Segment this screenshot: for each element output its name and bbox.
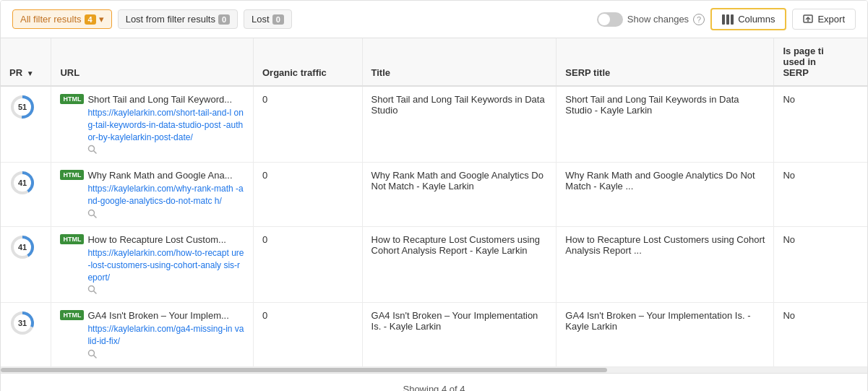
ispage-cell: No xyxy=(774,226,867,302)
col-header-ispage: Is page tiused inSERP xyxy=(774,38,867,86)
toolbar: All filter results 4 ▾ Lost from filter … xyxy=(1,1,867,38)
svg-rect-2 xyxy=(731,14,734,25)
showing-label: Showing 4 of 4 xyxy=(403,384,465,391)
show-changes-control: Show changes ? xyxy=(597,12,705,27)
html-badge: HTML xyxy=(60,310,84,320)
svg-line-19 xyxy=(94,291,97,294)
serp-cell: Short Tail and Long Tail Keywords in Dat… xyxy=(557,86,774,163)
url-cell: HTML How to Recapture Lost Custom... htt… xyxy=(51,226,254,302)
traffic-cell: 0 xyxy=(253,86,362,163)
svg-line-24 xyxy=(94,355,97,358)
pr-donut-chart: 51 xyxy=(9,94,35,120)
search-icon[interactable] xyxy=(87,209,98,219)
help-icon[interactable]: ? xyxy=(693,14,705,25)
sort-icon-pr: ▼ xyxy=(27,69,34,77)
col-header-serp: SERP title xyxy=(557,38,774,86)
traffic-cell: 0 xyxy=(253,303,362,367)
serp-cell: How to Recapture Lost Customers using Co… xyxy=(557,226,774,302)
url-link[interactable]: https://kaylelarkin.com/ga4-missing-in v… xyxy=(87,323,244,348)
pr-cell: 31 xyxy=(1,303,51,367)
url-title-text: Why Rank Math and Google Ana... xyxy=(87,170,244,181)
svg-text:31: 31 xyxy=(18,319,27,327)
traffic-cell: 0 xyxy=(253,163,362,227)
svg-line-14 xyxy=(94,215,97,218)
search-icon[interactable] xyxy=(87,285,98,295)
search-icon[interactable] xyxy=(87,145,98,155)
ispage-cell: No xyxy=(774,86,867,163)
url-title-text: Short Tail and Long Tail Keyword... xyxy=(87,94,244,105)
data-table: PR ▼ URL Organic traffic Title SERP titl… xyxy=(1,38,867,367)
table-header-row: PR ▼ URL Organic traffic Title SERP titl… xyxy=(1,38,867,86)
svg-rect-0 xyxy=(722,14,725,25)
search-icon[interactable] xyxy=(87,349,98,359)
filter-all-badge: 4 xyxy=(85,14,96,25)
show-changes-toggle[interactable] xyxy=(597,12,623,27)
table-row: 41 HTML Why Rank Math and Google Ana... … xyxy=(1,163,867,227)
svg-text:41: 41 xyxy=(18,243,27,252)
columns-icon xyxy=(722,14,734,25)
svg-text:51: 51 xyxy=(18,103,27,111)
url-cell: HTML Why Rank Math and Google Ana... htt… xyxy=(51,163,254,227)
serp-cell: Why Rank Math and Google Analytics Do No… xyxy=(557,163,774,227)
filter-lost-label: Lost from filter results xyxy=(126,14,215,25)
pr-donut-chart: 31 xyxy=(9,310,35,336)
pr-cell: 41 xyxy=(1,163,51,227)
table-footer: Showing 4 of 4 xyxy=(1,373,867,391)
html-badge: HTML xyxy=(60,170,84,180)
table-row: 51 HTML Short Tail and Long Tail Keyword… xyxy=(1,86,867,163)
pr-cell: 51 xyxy=(1,86,51,163)
filter-lost-badge: 0 xyxy=(218,14,230,25)
col-header-title: Title xyxy=(362,38,557,86)
export-icon xyxy=(803,14,813,25)
pr-donut-chart: 41 xyxy=(9,234,35,260)
filter-lost2-button[interactable]: Lost 0 xyxy=(244,9,292,29)
col-header-traffic: Organic traffic xyxy=(253,38,362,86)
url-title-text: How to Recapture Lost Custom... xyxy=(87,234,244,245)
col-header-url: URL xyxy=(51,38,254,86)
svg-line-9 xyxy=(94,151,97,154)
col-header-pr[interactable]: PR ▼ xyxy=(1,38,51,86)
scrollbar-thumb[interactable] xyxy=(1,368,607,372)
ispage-cell: No xyxy=(774,303,867,367)
data-table-wrapper: PR ▼ URL Organic traffic Title SERP titl… xyxy=(1,38,867,367)
columns-button[interactable]: Columns xyxy=(710,8,786,30)
title-cell: Short Tail and Long Tail Keywords in Dat… xyxy=(362,86,557,163)
table-row: 31 HTML GA4 Isn't Broken – Your Implem..… xyxy=(1,303,867,367)
filter-lost-button[interactable]: Lost from filter results 0 xyxy=(118,9,238,29)
url-cell: HTML Short Tail and Long Tail Keyword...… xyxy=(51,86,254,163)
html-badge: HTML xyxy=(60,94,84,104)
svg-text:41: 41 xyxy=(18,179,27,187)
export-button[interactable]: Export xyxy=(792,9,856,30)
pr-donut-chart: 41 xyxy=(9,170,35,196)
title-cell: Why Rank Math and Google Analytics Do No… xyxy=(362,163,557,227)
title-cell: How to Recapture Lost Customers using Co… xyxy=(362,226,557,302)
show-changes-label: Show changes xyxy=(627,14,689,25)
url-link[interactable]: https://kaylelarkin.com/short-tail-and-l… xyxy=(87,107,244,143)
html-badge: HTML xyxy=(60,234,84,244)
ispage-cell: No xyxy=(774,163,867,227)
filter-all-label: All filter results xyxy=(20,14,82,25)
serp-cell: GA4 Isn't Broken – Your Implementation I… xyxy=(557,303,774,367)
export-label: Export xyxy=(817,14,845,25)
title-cell: GA4 Isn't Broken – Your Implementation I… xyxy=(362,303,557,367)
filter-lost2-label: Lost xyxy=(252,14,270,25)
filter-lost2-badge: 0 xyxy=(272,14,284,25)
pr-cell: 41 xyxy=(1,226,51,302)
url-title-text: GA4 Isn't Broken – Your Implem... xyxy=(87,310,244,321)
traffic-cell: 0 xyxy=(253,226,362,302)
filter-all-dropdown-icon: ▾ xyxy=(99,14,104,25)
url-link[interactable]: https://kaylelarkin.com/why-rank-math -a… xyxy=(87,183,244,207)
horizontal-scrollbar[interactable] xyxy=(1,367,867,373)
url-cell: HTML GA4 Isn't Broken – Your Implem... h… xyxy=(51,303,254,367)
filter-all-button[interactable]: All filter results 4 ▾ xyxy=(12,9,112,29)
table-row: 41 HTML How to Recapture Lost Custom... … xyxy=(1,226,867,302)
svg-rect-1 xyxy=(726,14,729,25)
url-link[interactable]: https://kaylelarkin.com/how-to-recapt ur… xyxy=(87,247,244,283)
columns-label: Columns xyxy=(738,14,775,25)
